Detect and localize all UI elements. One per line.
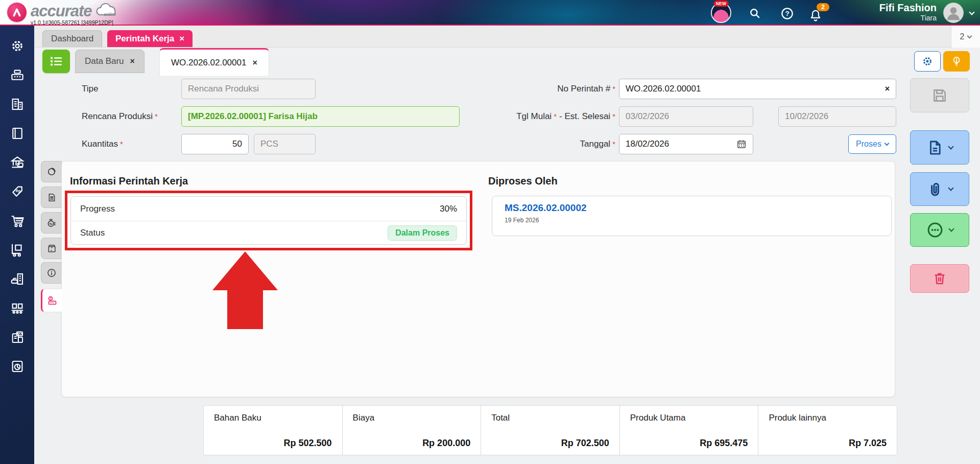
svg-text:Rp: Rp [15,189,20,193]
user-block[interactable]: Fifi Fashion Tiara [879,2,937,22]
logo-online-label: online [104,12,116,17]
progress-value: 30% [440,204,457,214]
sidebar-item-report[interactable] [7,356,28,377]
kuantitas-input[interactable]: 50 [181,134,249,154]
strip-tab-info-icon[interactable] [41,262,62,284]
subtab-close-icon[interactable]: × [130,57,135,66]
mascot-avatar[interactable]: NEW [711,3,731,23]
sidebar-item-asset[interactable] [7,269,28,289]
summary-produk-utama: Produk Utama Rp 695.475 [619,406,758,455]
strip-tab-document-icon[interactable] [41,187,62,208]
summary-biaya: Biaya Rp 200.000 [342,406,481,455]
subtab-wo-document[interactable]: WO.2026.02.00001 × [159,48,269,76]
trash-icon [932,271,947,286]
company-name: Fifi Fashion [879,2,937,14]
notification-bell-icon[interactable]: 2 [807,7,824,24]
proses-dropdown-button[interactable]: Proses [848,134,896,154]
delete-button[interactable] [910,264,969,293]
cost-summary-bar: Bahan Baku Rp 502.500 Biaya Rp 200.000 T… [203,405,897,455]
proses-chevron-icon [884,141,889,146]
user-menu-chevron-icon[interactable] [969,9,974,15]
tab-dashboard[interactable]: Dashboard [42,30,102,47]
sidebar-item-settings[interactable] [7,36,28,56]
tab-counter[interactable]: 2 [951,26,980,48]
no-perintah-input[interactable]: WO.2026.02.00001× [619,79,896,99]
strip-tab-progress-ring-icon[interactable] [41,161,62,182]
tips-lightbulb-button[interactable] [943,51,970,72]
save-floppy-icon [931,87,948,104]
version-text: v1.0.1#3605-587261 [3499P12DP] [31,19,119,26]
strip-tab-package-icon[interactable] [41,238,62,259]
kuantitas-label: Kuantitas* [82,134,123,154]
new-badge: NEW [714,1,729,7]
sidebar-item-cashier[interactable] [7,65,28,85]
no-perintah-label: No Perintah #* [468,79,615,99]
tab-perintah-kerja-label: Perintah Kerja [115,34,174,44]
svg-text:?: ? [785,10,789,17]
annotation-arrow-stem [227,290,263,329]
summary-total: Total Rp 702.500 [481,406,619,455]
processed-document-date: 19 Feb 2026 [505,217,879,224]
sidebar-item-ledger[interactable] [7,123,28,144]
sidebar-item-sales[interactable]: Rp [7,181,28,202]
calendar-icon[interactable] [736,139,747,149]
status-label: Status [80,228,105,238]
subtab-wo-close-icon[interactable]: × [252,58,257,67]
logo-wordmark: accurate [31,4,92,19]
accurate-logo[interactable]: accurate online v1.0.1#3605-587261 [3499… [7,2,119,26]
summary-bahan-baku: Bahan Baku Rp 502.500 [204,406,342,455]
sidebar-item-company[interactable] [7,94,28,114]
user-name: Tiara [879,14,937,22]
search-icon[interactable] [746,5,763,22]
attachment-dropdown-button[interactable] [910,172,969,206]
tab-counter-value: 2 [960,32,965,41]
info-section-title: Informasi Perintah Kerja [70,175,188,187]
kuantitas-unit-field: PCS [254,134,316,154]
strip-tab-production-icon[interactable]: 1 [41,289,62,312]
tab-perintah-kerja[interactable]: Perintah Kerja × [107,30,193,47]
user-avatar[interactable] [943,3,964,23]
tipe-label: Tipe [82,79,98,99]
help-icon[interactable]: ? [778,5,796,22]
svg-text:1: 1 [50,297,51,300]
document-tab-row: Data Baru × WO.2026.02.00001 × [34,48,980,76]
progress-label: Progress [80,204,115,214]
tanggal-label: Tanggal* [468,134,615,154]
ellipsis-circle-icon [926,221,944,239]
subtab-data-baru[interactable]: Data Baru × [75,50,145,73]
settings-gear-button[interactable] [914,51,941,72]
list-menu-button[interactable] [42,50,70,73]
app-window: accurate online v1.0.1#3605-587261 [3499… [0,0,980,464]
main-area: Dashboard Perintah Kerja × 2 Data Baru ×… [34,26,980,464]
tab-counter-chevron-icon [967,33,972,38]
sidebar-item-bank[interactable] [7,152,28,173]
progress-row: Progress 30% [71,197,466,221]
processed-by-title: Diproses Oleh [488,175,558,187]
clear-input-icon[interactable]: × [885,84,890,94]
processed-by-card: MS.2026.02.00002 19 Feb 2026 [492,196,892,236]
svg-text:TAX: TAX [16,332,22,335]
more-actions-dropdown-button[interactable] [910,213,969,247]
sidebar-item-manufacture[interactable] [7,298,28,318]
sidebar-item-purchase[interactable] [7,211,28,231]
save-button[interactable] [910,78,969,112]
annotation-red-rectangle: Progress 30% Status Dalam Proses [65,191,472,250]
rencana-produksi-field[interactable]: [MP.2026.02.00001] Farisa Hijab [181,106,460,127]
tab-dashboard-label: Dashboard [51,34,93,44]
tanggal-input[interactable]: 18/02/2026 [619,134,753,154]
tgl-mulai-field: 03/02/2026 [619,106,753,127]
tab-close-icon[interactable]: × [179,34,184,43]
work-order-info-card: Progress 30% Status Dalam Proses [70,196,467,245]
main-sidebar: Rp TAX [0,26,34,464]
processed-document-link[interactable]: MS.2026.02.00002 [505,202,879,214]
rencana-produksi-label: Rencana Produksi* [82,106,158,127]
sidebar-item-tax[interactable]: TAX [7,327,28,347]
tgl-mulai-selesai-label: Tgl Mulai*- Est. Selesai* [468,106,615,127]
document-chevron-icon [948,144,953,149]
strip-tab-cost-icon[interactable]: Rp [41,212,62,234]
annotation-arrow-icon [212,251,278,290]
subtab-wo-label: WO.2026.02.00001 [171,58,246,68]
document-dropdown-button[interactable] [910,130,969,165]
sidebar-item-inventory[interactable] [7,240,28,260]
paperclip-icon [926,180,944,198]
